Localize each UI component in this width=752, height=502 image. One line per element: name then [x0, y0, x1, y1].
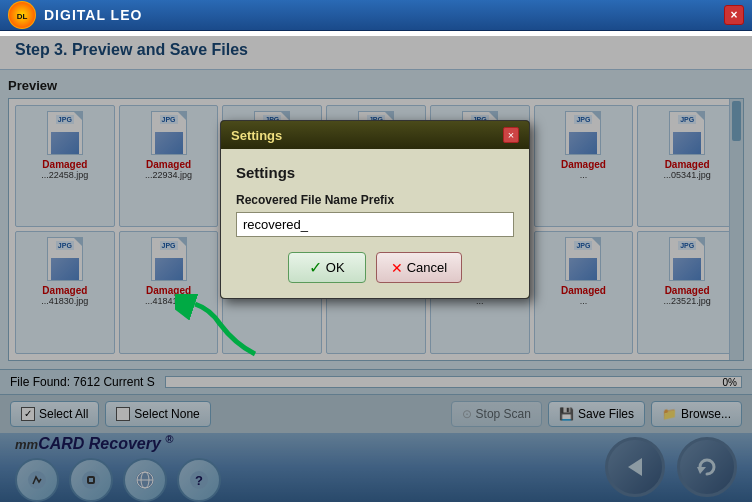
- ok-button[interactable]: ✓ OK: [288, 252, 366, 283]
- dialog-buttons: ✓ OK ✕ Cancel: [236, 252, 514, 283]
- x-icon: ✕: [391, 260, 403, 276]
- svg-text:DL: DL: [17, 12, 28, 21]
- title-bar: DL DIGITAL LEO ×: [0, 0, 752, 31]
- dialog-close-button[interactable]: ×: [503, 127, 519, 143]
- dialog-body: Settings Recovered File Name Prefix ✓ OK…: [221, 149, 529, 298]
- dialog-title-text: Settings: [231, 128, 282, 143]
- dialog-field-label: Recovered File Name Prefix: [236, 193, 514, 207]
- app-title: DIGITAL LEO: [44, 7, 724, 23]
- check-icon: ✓: [309, 258, 322, 277]
- close-button[interactable]: ×: [724, 5, 744, 25]
- dialog-title-bar: Settings ×: [221, 121, 529, 149]
- app-container: DL DIGITAL LEO × Step 3. Preview and Sav…: [0, 0, 752, 502]
- app-logo: DL: [8, 1, 36, 29]
- settings-dialog: Settings × Settings Recovered File Name …: [220, 120, 530, 299]
- prefix-input[interactable]: [236, 212, 514, 237]
- dialog-section-title: Settings: [236, 164, 514, 181]
- cancel-button[interactable]: ✕ Cancel: [376, 252, 462, 283]
